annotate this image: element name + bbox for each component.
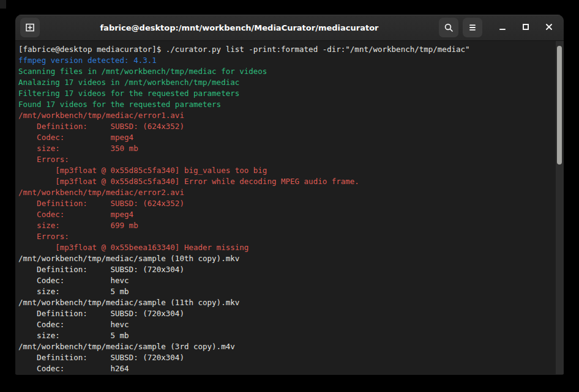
terminal-line: size: 699 mb [18, 220, 554, 231]
new-tab-button[interactable] [20, 18, 40, 37]
maximize-button[interactable] [516, 18, 536, 37]
terminal-line: /mnt/workbench/tmp/mediac/sample (3rd co… [18, 341, 554, 352]
terminal-line: [mp3float @ 0x55d85c5fa340] big_values t… [18, 165, 554, 176]
terminal-line: Errors: [18, 154, 554, 165]
terminal-line: ffmpeg version detected: 4.3.1 [18, 55, 554, 66]
terminal-line: [mp3float @ 0x55d85c5fa340] Error while … [18, 176, 554, 187]
titlebar-controls [439, 18, 559, 37]
background-window-corner [0, 0, 6, 9]
terminal-screen[interactable]: [fabrice@desktop mediacurator]$ ./curato… [15, 41, 564, 374]
terminal-line: Definition: SUBSD: (624x352) [18, 121, 554, 132]
maximize-icon [520, 21, 531, 34]
terminal-line: /mnt/workbench/tmp/mediac/error2.avi [18, 187, 554, 198]
terminal-line: Definition: SUBSD: (720x304) [18, 308, 554, 319]
terminal-line: Filtering 17 videos for the requested pa… [18, 88, 554, 99]
terminal-line: Definition: SUBSD: (624x352) [18, 198, 554, 209]
terminal-line: Codec: mpeg4 [18, 132, 554, 143]
terminal-line: Codec: hevc [18, 319, 554, 330]
new-tab-icon [24, 22, 35, 33]
terminal-line: Definition: SUBSD: (720x304) [18, 352, 554, 363]
terminal-line: Scanning files in /mnt/workbench/tmp/med… [18, 66, 554, 77]
search-icon [443, 22, 454, 33]
window-title: fabrice@desktop:/mnt/workbench/MediaCura… [40, 23, 439, 32]
minimize-button[interactable] [493, 18, 512, 37]
search-button[interactable] [439, 18, 458, 37]
terminal-line: Codec: mpeg4 [18, 209, 554, 220]
menu-button[interactable] [463, 18, 482, 37]
terminal-line: Errors: [18, 231, 554, 242]
window-management-buttons [493, 18, 559, 37]
terminal-line: [mp3float @ 0x55beea163340] Header missi… [18, 242, 554, 253]
terminal-line: Definition: SUBSD: (720x304) [18, 264, 554, 275]
terminal-line: Found 17 videos for the requested parame… [18, 99, 554, 110]
terminal-line: Codec: h264 [18, 363, 554, 374]
close-icon [544, 21, 555, 34]
desktop-background: fabrice@desktop:/mnt/workbench/MediaCura… [0, 0, 579, 392]
terminal-line: Codec: hevc [18, 275, 554, 286]
menu-icon [467, 22, 478, 33]
terminal-line: Analazing 17 videos in /mnt/workbench/tm… [18, 77, 554, 88]
terminal-line: size: 5 mb [18, 286, 554, 297]
terminal-line: /mnt/workbench/tmp/mediac/sample (11th c… [18, 297, 554, 308]
scrollbar-thumb[interactable] [557, 46, 562, 165]
terminal-line: /mnt/workbench/tmp/mediac/error1.avi [18, 110, 554, 121]
close-button[interactable] [539, 18, 559, 37]
titlebar: fabrice@desktop:/mnt/workbench/MediaCura… [15, 15, 564, 41]
terminal-line: /mnt/workbench/tmp/mediac/sample (10th c… [18, 253, 554, 264]
scrollbar-track[interactable] [556, 41, 564, 374]
terminal-output: [fabrice@desktop mediacurator]$ ./curato… [18, 44, 554, 374]
terminal-line: size: 5 mb [18, 330, 554, 341]
terminal-line: [fabrice@desktop mediacurator]$ ./curato… [18, 44, 554, 55]
terminal-window: fabrice@desktop:/mnt/workbench/MediaCura… [15, 15, 564, 375]
terminal-line: size: 350 mb [18, 143, 554, 154]
minimize-icon [497, 21, 508, 34]
